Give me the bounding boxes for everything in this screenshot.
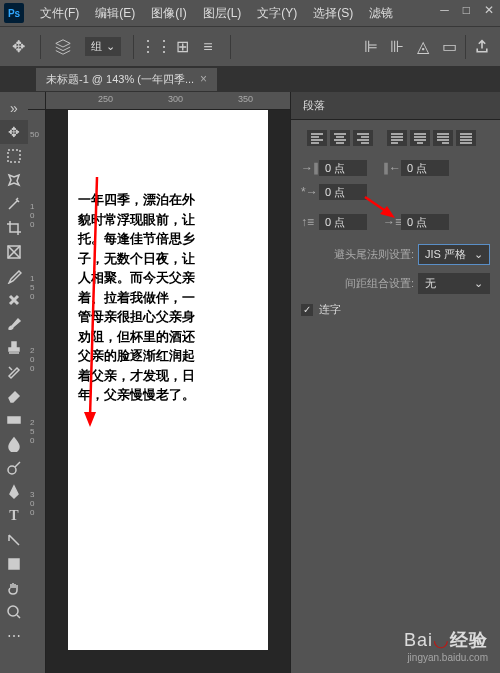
document-tabs: 未标题-1 @ 143% (一年四季... × [0, 66, 500, 92]
justify-center-button[interactable] [410, 130, 430, 146]
mojikumi-label: 间距组合设置: [345, 276, 414, 291]
group-dropdown[interactable]: 组⌄ [85, 37, 121, 56]
wand-tool[interactable] [0, 192, 28, 216]
svg-point-3 [8, 466, 16, 474]
share-icon[interactable] [472, 37, 492, 57]
options-bar: ✥ 组⌄ ⋮⋮ ⊞ ≡ ⊫ ⊪ ◬ ▭ [0, 26, 500, 66]
ligature-checkbox[interactable]: ✓ [301, 304, 313, 316]
panel-tab-paragraph[interactable]: 段落 [291, 92, 500, 120]
pen-tool[interactable] [0, 480, 28, 504]
kinsoku-select[interactable]: JIS 严格⌄ [418, 244, 490, 265]
crop-tool[interactable] [0, 216, 28, 240]
hand-tool[interactable] [0, 576, 28, 600]
paragraph-panel: 段落 →∥ ∥← *→ [290, 92, 500, 673]
app-logo: Ps [4, 3, 24, 23]
svg-point-5 [8, 606, 18, 616]
move-tool[interactable]: ✥ [0, 120, 28, 144]
gradient-tool[interactable] [0, 408, 28, 432]
annotation-arrow [82, 172, 112, 432]
justify-right-button[interactable] [433, 130, 453, 146]
shape-tool[interactable] [0, 552, 28, 576]
eyedropper-tool[interactable] [0, 264, 28, 288]
align-left-button[interactable] [307, 130, 327, 146]
chevron-down-icon: ⌄ [474, 248, 483, 261]
tab-close-icon[interactable]: × [200, 72, 207, 86]
align-icon-3[interactable]: ≡ [198, 37, 218, 57]
justify-left-button[interactable] [387, 130, 407, 146]
menu-edit[interactable]: 编辑(E) [87, 5, 143, 22]
indent-left-icon: →∥ [301, 161, 315, 175]
chevron-down-icon: ⌄ [474, 277, 483, 290]
window-controls: ─ □ ✕ [440, 3, 494, 17]
ruler-vertical: 50 100 150 200 250 300 [28, 110, 46, 673]
align-right-button[interactable] [353, 130, 373, 146]
canvas[interactable]: 250 300 350 50 100 150 200 250 300 一年四季，… [28, 92, 290, 673]
ligature-label: 连字 [319, 302, 341, 317]
indent-left-input[interactable] [319, 160, 367, 176]
lasso-tool[interactable] [0, 168, 28, 192]
svg-line-6 [90, 177, 97, 417]
svg-marker-7 [84, 412, 96, 427]
tool-more[interactable]: ⋯ [0, 624, 28, 648]
chevron-down-icon: ⌄ [106, 40, 115, 53]
tool-expand[interactable]: » [0, 96, 28, 120]
distribute-icon-1[interactable]: ⊫ [361, 37, 381, 57]
kinsoku-label: 避头尾法则设置: [334, 247, 414, 262]
ruler-horizontal: 250 300 350 [46, 92, 290, 110]
marquee-tool[interactable] [0, 144, 28, 168]
frame-tool[interactable] [0, 240, 28, 264]
indent-right-icon: ∥← [383, 161, 397, 175]
mojikumi-select[interactable]: 无⌄ [418, 273, 490, 294]
first-line-indent-icon: *→ [301, 185, 315, 199]
dodge-tool[interactable] [0, 456, 28, 480]
document-tab[interactable]: 未标题-1 @ 143% (一年四季... × [36, 68, 217, 91]
space-after-input[interactable] [401, 214, 449, 230]
watermark: Bai◡经验 jingyan.baidu.com [404, 628, 488, 663]
menu-file[interactable]: 文件(F) [32, 5, 87, 22]
zoom-tool[interactable] [0, 600, 28, 624]
history-brush-tool[interactable] [0, 360, 28, 384]
space-before-icon: ↑≡ [301, 215, 315, 229]
justify-all-button[interactable] [456, 130, 476, 146]
align-icon-1[interactable]: ⋮⋮ [146, 37, 166, 57]
heal-tool[interactable] [0, 288, 28, 312]
3d-icon[interactable]: ◬ [413, 37, 433, 57]
annotation-arrow-2 [360, 192, 400, 222]
maximize-icon[interactable]: □ [463, 3, 470, 17]
blur-tool[interactable] [0, 432, 28, 456]
distribute-icon-2[interactable]: ⊪ [387, 37, 407, 57]
svg-rect-2 [8, 417, 20, 423]
eraser-tool[interactable] [0, 384, 28, 408]
stamp-tool[interactable] [0, 336, 28, 360]
menu-image[interactable]: 图像(I) [143, 5, 194, 22]
close-icon[interactable]: ✕ [484, 3, 494, 17]
menu-layer[interactable]: 图层(L) [195, 5, 250, 22]
svg-rect-0 [8, 150, 20, 162]
type-tool[interactable]: T [0, 504, 28, 528]
indent-right-input[interactable] [401, 160, 449, 176]
menu-select[interactable]: 选择(S) [305, 5, 361, 22]
path-tool[interactable] [0, 528, 28, 552]
menu-type[interactable]: 文字(Y) [249, 5, 305, 22]
brush-tool[interactable] [0, 312, 28, 336]
arrange-icon[interactable]: ▭ [439, 37, 459, 57]
move-tool-icon[interactable]: ✥ [8, 37, 28, 57]
tools-panel: » ✥ T ⋯ [0, 92, 28, 673]
menu-filter[interactable]: 滤镜 [361, 5, 401, 22]
align-center-button[interactable] [330, 130, 350, 146]
minimize-icon[interactable]: ─ [440, 3, 449, 17]
align-icon-2[interactable]: ⊞ [172, 37, 192, 57]
menubar: Ps 文件(F) 编辑(E) 图像(I) 图层(L) 文字(Y) 选择(S) 滤… [0, 0, 500, 26]
layers-icon[interactable] [53, 37, 73, 57]
svg-rect-4 [9, 559, 19, 569]
